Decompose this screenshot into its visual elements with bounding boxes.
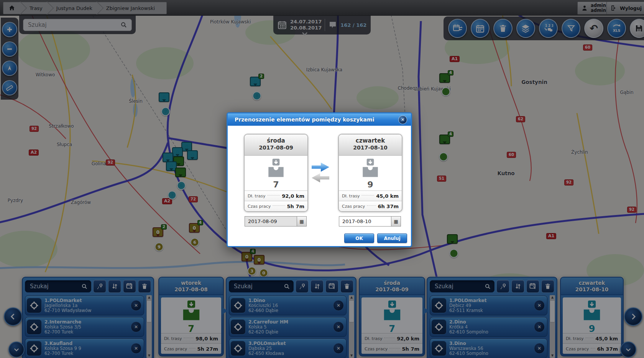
app-screen: Piotrków KujawskiIzbica KujawskaChodeczL… <box>0 0 644 358</box>
source-basket-header: środa 2017-08-09 <box>245 135 307 156</box>
ok-button[interactable]: OK <box>344 233 374 243</box>
target-day: czwartek <box>339 137 402 144</box>
move-items-dialog: Przenoszenie elementów pomiędzy koszykam… <box>227 112 412 247</box>
work-time-row: Czas pracy5h 7m <box>245 201 307 211</box>
route-length-row: Dł. trasy92,0 km <box>245 190 307 201</box>
date-picker-button[interactable]: ▦ <box>391 217 401 226</box>
route-length-row: Dł. trasy45,0 km <box>339 190 402 201</box>
source-count: 7 <box>273 180 279 189</box>
target-date-value: 2017-08-10 <box>339 217 391 226</box>
work-time-row: Czas pracy6h 37m <box>339 201 402 211</box>
source-date: 2017-08-09 <box>245 144 307 151</box>
source-date-value: 2017-08-09 <box>245 217 297 226</box>
move-right-arrow-icon[interactable] <box>312 163 329 172</box>
close-dialog-button[interactable]: ✕ <box>398 115 407 124</box>
swap-direction-arrows[interactable] <box>312 163 332 182</box>
date-picker-button[interactable]: ▦ <box>297 217 306 226</box>
target-basket-card: czwartek 2017-08-10 9 Dł. trasy45,0 km C… <box>338 134 402 212</box>
source-date-field[interactable]: 2017-08-09 ▦ <box>245 216 307 227</box>
target-date: 2017-08-10 <box>339 144 402 151</box>
target-count: 9 <box>367 180 373 189</box>
cancel-button[interactable]: Anuluj <box>377 233 407 243</box>
target-basket-header: czwartek 2017-08-10 <box>339 135 402 156</box>
dialog-title: Przenoszenie elementów pomiędzy koszykam… <box>235 117 398 123</box>
dialog-header: Przenoszenie elementów pomiędzy koszykam… <box>228 113 411 126</box>
target-date-field[interactable]: 2017-08-10 ▦ <box>339 216 401 227</box>
move-left-arrow-icon[interactable] <box>312 173 329 182</box>
source-basket-card: środa 2017-08-09 7 Dł. trasy92,0 km Czas… <box>244 134 308 212</box>
source-day: środa <box>245 137 307 144</box>
basket-icon <box>361 159 380 179</box>
basket-icon <box>266 159 286 179</box>
